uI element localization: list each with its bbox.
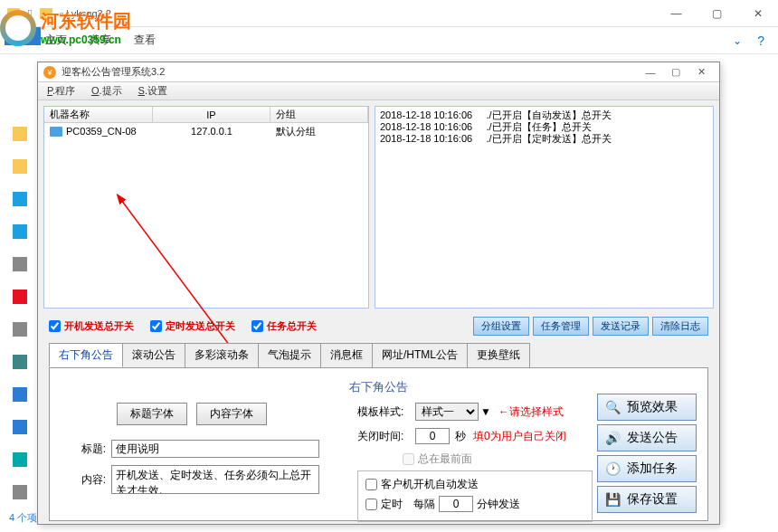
col-name[interactable]: 机器名称 — [44, 107, 153, 122]
log-line: 2018-12-18 10:16:06 ./已开启【定时发送】总开关 — [380, 133, 708, 145]
menu-tips[interactable]: O.提示 — [91, 84, 122, 98]
watermark: 河东软件园 www.pc0359.cn — [0, 9, 131, 46]
onedrive-icon[interactable] — [13, 192, 27, 206]
app-icon: ¥ — [43, 66, 56, 79]
tab-content: 右下角公告 标题字体 内容字体 标题: 内容: 开机发送、定时发送、任务必须勾上… — [49, 367, 708, 521]
btn-save[interactable]: 💾保存设置 — [597, 486, 697, 513]
btn-addtask[interactable]: 🕐添加任务 — [597, 455, 697, 482]
cloud-icon[interactable] — [13, 224, 27, 239]
app-window: ¥ 迎客松公告管理系统3.2 — ▢ ✕ P.程序 O.提示 S.设置 机器名称… — [37, 62, 720, 525]
music-icon[interactable] — [13, 420, 27, 434]
app-close[interactable]: ✕ — [688, 64, 714, 81]
label-title: 标题: — [62, 442, 106, 457]
input-title[interactable] — [111, 440, 319, 458]
tab-msgbox[interactable]: 消息框 — [320, 343, 373, 367]
col-ip[interactable]: IP — [153, 107, 270, 122]
auto-send-box: 客户机开机自动发送 定时 每隔 分钟发送 — [357, 470, 593, 522]
ribbon-view[interactable]: 查看 — [134, 33, 156, 48]
app-menubar: P.程序 O.提示 S.设置 — [38, 82, 719, 100]
app-minimize[interactable]: — — [638, 64, 663, 81]
tab-strip: 右下角公告 滚动公告 多彩滚动条 气泡提示 消息框 网址/HTML公告 更换壁纸 — [43, 343, 714, 367]
label-seconds: 秒 — [455, 429, 466, 444]
site-url: www.pc0359.cn — [41, 33, 131, 46]
app-maximize[interactable]: ▢ — [663, 64, 688, 81]
btn-group-settings[interactable]: 分组设置 — [473, 317, 529, 336]
thispc-icon[interactable] — [13, 257, 27, 271]
tab-urlhtml[interactable]: 网址/HTML公告 — [372, 343, 468, 367]
close-button[interactable]: ✕ — [737, 0, 778, 27]
table-header: 机器名称 IP 分组 — [44, 107, 368, 123]
log-panel: 2018-12-18 10:16:06 ./已开启【自动发送】总开关 2018-… — [375, 106, 714, 309]
switch-timedsend[interactable]: 定时发送总开关 — [150, 319, 235, 333]
pc-icon — [50, 127, 62, 137]
btn-send-log[interactable]: 发送记录 — [593, 317, 649, 336]
clients-panel: 机器名称 IP 分组 PC0359_CN-08 127.0.0.1 默认分组 — [43, 106, 369, 309]
label-closetime: 关闭时间: — [357, 429, 415, 444]
log-line: 2018-12-18 10:16:06 ./已开启【自动发送】总开关 — [380, 109, 708, 121]
minimize-button[interactable]: — — [656, 0, 697, 27]
speaker-icon: 🔊 — [603, 429, 621, 447]
log-line: 2018-12-18 10:16:06 ./已开启【任务】总开关 — [380, 121, 708, 133]
explorer-sidebar — [13, 127, 27, 499]
menu-settings[interactable]: S.设置 — [138, 84, 167, 98]
desktop-icon[interactable] — [13, 452, 27, 467]
label-template: 模板样式: — [357, 404, 415, 420]
btn-task-manage[interactable]: 任务管理 — [533, 317, 589, 336]
chk-alwaystop[interactable]: 总在最前面 — [403, 451, 593, 467]
switch-bootsend[interactable]: 开机发送总开关 — [49, 319, 134, 333]
input-content[interactable]: 开机发送、定时发送、任务必须勾上总开关才生效. — [111, 465, 319, 494]
hint-closetime: 填0为用户自己关闭 — [473, 429, 566, 444]
chk-autosend[interactable]: 客户机开机自动发送 — [365, 477, 584, 492]
tab-multicolor[interactable]: 多彩滚动条 — [185, 343, 259, 367]
hint-template: ←请选择样式 — [498, 404, 564, 420]
site-name: 河东软件园 — [41, 9, 131, 33]
label-content: 内容: — [62, 472, 106, 488]
form-left: 标题字体 内容字体 标题: 内容: 开机发送、定时发送、任务必须勾上总开关才生效… — [62, 403, 343, 501]
switch-row: 开机发送总开关 定时发送总开关 任务总开关 分组设置 任务管理 发送记录 清除日… — [43, 314, 714, 337]
btn-clear-log[interactable]: 清除日志 — [652, 317, 708, 336]
tab-bubble[interactable]: 气泡提示 — [258, 343, 321, 367]
clock-icon: 🕐 — [603, 460, 621, 478]
btn-preview[interactable]: 🔍预览效果 — [597, 394, 697, 421]
folder-icon[interactable] — [13, 127, 27, 141]
chk-timed[interactable]: 定时 每隔 分钟发送 — [365, 496, 584, 512]
pictures-icon[interactable] — [13, 322, 27, 337]
switch-task[interactable]: 任务总开关 — [251, 319, 317, 333]
folder-icon[interactable] — [13, 159, 27, 174]
input-closetime[interactable] — [415, 428, 450, 444]
cell-group: 默认分组 — [270, 125, 368, 138]
dropdown-arrow-icon: ▼ — [480, 405, 491, 418]
expand-icon[interactable]: ⌄ — [733, 34, 742, 47]
btn-title-font[interactable]: 标题字体 — [117, 403, 187, 425]
app-title: 迎客松公告管理系统3.2 — [62, 65, 638, 79]
save-icon: 💾 — [603, 490, 621, 508]
tab-wallpaper[interactable]: 更换壁纸 — [467, 343, 530, 367]
site-logo-icon — [0, 10, 36, 46]
maximize-button[interactable]: ▢ — [697, 0, 737, 27]
form-mid: 模板样式: 样式一 ▼ ←请选择样式 关闭时间: 秒 填0为用户自己关闭 总在最… — [357, 403, 593, 522]
col-group[interactable]: 分组 — [270, 107, 368, 122]
tab-scroll[interactable]: 滚动公告 — [122, 343, 185, 367]
video-icon[interactable] — [13, 290, 27, 304]
downloads-icon[interactable] — [13, 387, 27, 402]
btn-content-font[interactable]: 内容字体 — [196, 403, 267, 425]
documents-icon[interactable] — [13, 355, 27, 369]
input-interval[interactable] — [439, 496, 473, 512]
explorer-status: 4 个项 — [9, 511, 37, 525]
cell-ip: 127.0.0.1 — [153, 126, 270, 137]
menu-program[interactable]: P.程序 — [47, 84, 75, 98]
table-row[interactable]: PC0359_CN-08 127.0.0.1 默认分组 — [44, 123, 368, 139]
tab-bottomright[interactable]: 右下角公告 — [49, 343, 123, 367]
drive-icon[interactable] — [13, 485, 27, 499]
help-icon[interactable]: ? — [757, 33, 764, 48]
label-every: 每隔 — [413, 497, 435, 512]
side-buttons: 🔍预览效果 🔊发送公告 🕐添加任务 💾保存设置 — [597, 394, 697, 513]
btn-send[interactable]: 🔊发送公告 — [597, 424, 697, 451]
label-minutes: 分钟发送 — [477, 497, 520, 512]
app-titlebar: ¥ 迎客松公告管理系统3.2 — ▢ ✕ — [38, 62, 719, 82]
magnifier-icon: 🔍 — [603, 398, 621, 416]
select-template[interactable]: 样式一 — [415, 403, 479, 421]
cell-name: PC0359_CN-08 — [66, 126, 137, 137]
